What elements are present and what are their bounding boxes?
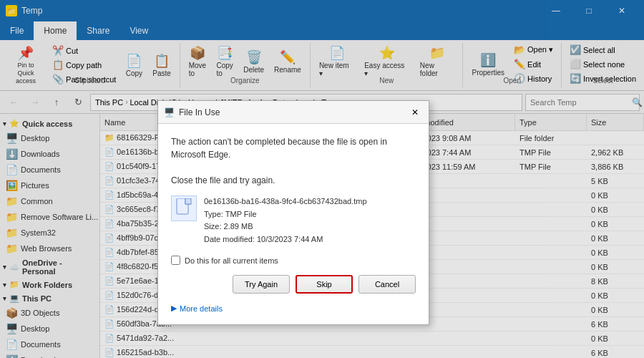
dialog-title-bar: 🖥️ File In Use ✕ <box>158 101 429 124</box>
dialog-message-text1: The action can't be completed because th… <box>171 137 387 160</box>
dialog-checkbox-row: Do this for all current items <box>171 256 416 265</box>
dialog-overlay: 🖥️ File In Use ✕ The action can't be com… <box>0 0 644 358</box>
dialog-buttons: Try Again Skip Cancel <box>171 275 416 294</box>
dialog-close-button[interactable]: ✕ <box>407 105 423 120</box>
dialog-message-text2: Close the file and try again. <box>171 175 275 185</box>
file-detail-date: Date modified: 10/3/2023 7:44 AM <box>204 233 367 246</box>
file-detail-size: Size: 2.89 MB <box>204 221 367 233</box>
svg-rect-2 <box>185 198 191 204</box>
dialog-title-text: File In Use <box>179 107 220 117</box>
file-in-use-dialog: 🖥️ File In Use ✕ The action can't be com… <box>157 100 429 325</box>
cancel-button[interactable]: Cancel <box>358 275 416 294</box>
dialog-title-icon: 🖥️ <box>164 107 175 117</box>
file-detail-type: Type: TMP File <box>204 208 367 221</box>
do-for-all-checkbox[interactable] <box>171 256 180 265</box>
file-detail-name: 0e16136b-ba16-438a-9fc4-6cb637432bad.tmp <box>204 195 367 208</box>
dialog-message: The action can't be completed because th… <box>171 135 416 187</box>
more-details-label: More details <box>180 304 223 313</box>
skip-button[interactable]: Skip <box>296 275 353 294</box>
dialog-title: 🖥️ File In Use <box>164 107 220 117</box>
dialog-file-details: 0e16136b-ba16-438a-9fc4-6cb637432bad.tmp… <box>204 195 367 246</box>
try-again-button[interactable]: Try Again <box>233 275 290 294</box>
do-for-all-label: Do this for all current items <box>185 256 278 265</box>
dialog-file-info: 0e16136b-ba16-438a-9fc4-6cb637432bad.tmp… <box>171 195 416 246</box>
more-details-arrow: ▶ <box>171 304 177 313</box>
dialog-file-icon <box>171 195 197 221</box>
dialog-body: The action can't be completed because th… <box>158 124 429 324</box>
more-details-link[interactable]: ▶ More details <box>171 304 416 313</box>
